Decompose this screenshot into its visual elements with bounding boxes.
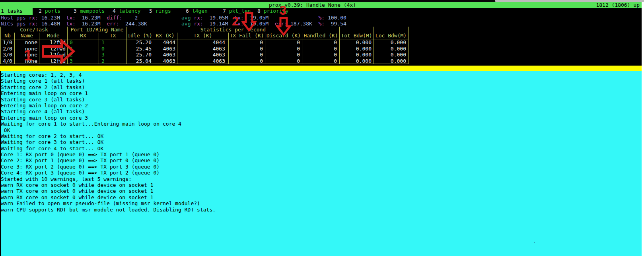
- title-bar: prox v0.39: Handle None (4x) 1812 (1806)…: [0, 2, 642, 8]
- stats-segment: 2: [122, 15, 138, 21]
- table-cell: 4063: [177, 52, 229, 58]
- stats-segment: [147, 21, 181, 27]
- table-cell: 4044: [177, 39, 229, 46]
- table-cell: 4063: [177, 58, 229, 64]
- stats-segment: NICs pps: [1, 21, 26, 27]
- stats-segment: 244.38K: [119, 21, 147, 27]
- table-column-header: Nb: [1, 33, 15, 39]
- log-line: Starting cores: 1, 2, 3, 4: [1, 72, 216, 78]
- tab-key: 4: [113, 8, 116, 14]
- tab-key: 8: [257, 8, 261, 14]
- stats-segment: 99.54: [325, 21, 346, 27]
- stats-segment: diff:: [101, 15, 123, 21]
- table-cell: 0: [229, 58, 265, 64]
- tab-key: 2: [39, 8, 42, 14]
- host-stats-line: Host pps rx: 16.23M tx: 16.23M diff: 2 a…: [1, 15, 346, 21]
- table-column-header: Mode: [39, 33, 68, 39]
- table-cell: 25.04: [127, 58, 153, 64]
- log-line: warn RX core on socket 0 while device on…: [1, 194, 216, 200]
- table-group-header: [374, 27, 409, 33]
- stats-segment: %:: [312, 21, 325, 27]
- stats-segment: 16.23M: [76, 15, 101, 21]
- log-line: Core 3: RX port 2 (queue 0) ==> TX port …: [1, 164, 216, 170]
- tab-key: 1: [1, 8, 4, 14]
- tab-tasks[interactable]: 1 tasks: [0, 8, 33, 15]
- table-cell: 0: [265, 58, 302, 64]
- stats-segment: 16.23M: [38, 15, 60, 21]
- log-line: Started with 10 warnings, last 5 warning…: [1, 176, 216, 182]
- table-cell: 0: [99, 46, 127, 52]
- table-cell: 0: [265, 39, 302, 46]
- annotation-arrow-3-down: [276, 17, 292, 36]
- table-column-header: Loc Bdw(M): [374, 33, 409, 39]
- table-cell: 3: [99, 52, 127, 58]
- tab-l4gen[interactable]: 6 l4gen: [186, 8, 208, 14]
- table-group-header: Core/Task: [1, 27, 68, 33]
- log-line: Starting core 4 (all tasks): [1, 109, 216, 114]
- table-cell: 25.20: [127, 39, 153, 46]
- stats-segment: tx:: [60, 21, 76, 27]
- table-cell: 0: [302, 58, 340, 64]
- console-log-area: Starting cores: 1, 2, 3, 4Starting core …: [0, 71, 642, 256]
- log-line: Waiting for core 1 to start...Entering m…: [1, 121, 216, 127]
- tab-ports[interactable]: 2 ports: [39, 8, 60, 14]
- table-cell: 3/0: [1, 52, 15, 58]
- log-line: Starting core 3 (all tasks): [1, 97, 216, 103]
- table-cell: 0: [302, 52, 340, 58]
- uptime-counter: 1812 (1806) up: [596, 2, 640, 8]
- log-line: Core 4: RX port 3 (queue 0) ==> TX port …: [1, 170, 216, 176]
- table-column-header: TX Fail (K): [229, 33, 265, 39]
- log-line: Waiting for core 2 to start... OK: [1, 133, 216, 139]
- table-cell: 0: [229, 52, 265, 58]
- table-cell: 4063: [153, 46, 177, 52]
- tab-latency[interactable]: 4 latency: [113, 8, 140, 14]
- table-cell: 0: [229, 46, 265, 52]
- stats-segment: rx:: [26, 15, 38, 21]
- table-group-header: Port ID/Ring Name: [68, 27, 127, 33]
- tab-rings[interactable]: 5 rings: [149, 8, 171, 14]
- table-cell: 25.70: [127, 52, 153, 58]
- tab-label: ports: [42, 8, 60, 14]
- tab-key: 6: [186, 8, 189, 14]
- prox-terminal-screen: prox v0.39: Handle None (4x) 1812 (1806)…: [0, 0, 644, 256]
- table-cell: 25.45: [127, 46, 153, 52]
- table-column-header: Tot Bdw(M): [340, 33, 374, 39]
- tab-key: 7: [223, 8, 226, 14]
- stats-segment: tx:: [60, 15, 76, 21]
- stats-segment: 16.48M: [38, 21, 60, 27]
- log-line: Starting core 2 (all tasks): [1, 84, 216, 90]
- annotation-label-2: 2: [232, 14, 239, 29]
- table-column-header: RX: [68, 33, 99, 39]
- log-output: Starting cores: 1, 2, 3, 4Starting core …: [1, 72, 216, 213]
- stats-segment: [138, 15, 181, 21]
- table-cell: 0.000: [340, 46, 374, 52]
- table-column-header: Handled (K): [302, 33, 340, 39]
- stats-segment: rx:: [191, 21, 203, 27]
- stats-segment: Host pps: [1, 15, 26, 21]
- table-cell: 0: [302, 39, 340, 46]
- table-cell: 0: [302, 46, 340, 52]
- tab-key: 5: [149, 8, 152, 14]
- stats-segment: %:: [318, 15, 325, 21]
- tab-bar: 1 tasks2 ports3 mempools4 latency5 rings…: [0, 8, 642, 14]
- table-cell: 1/0: [1, 39, 15, 46]
- log-line: Starting core 1 (all tasks): [1, 78, 216, 84]
- log-line: OK: [1, 127, 216, 133]
- annotation-arrow-2-down: [241, 12, 257, 31]
- table-cell: 4063: [153, 52, 177, 58]
- stats-segment: 19.14M: [203, 21, 228, 27]
- table-column-header: Idle (%): [127, 33, 153, 39]
- table-cell: 4/0: [1, 58, 15, 64]
- table-cell: 4063: [153, 58, 177, 64]
- stats-segment: rx:: [26, 21, 38, 27]
- log-line: Core 2: RX port 1 (queue 0) ==> TX port …: [1, 157, 216, 163]
- log-line: Entering main loop on core 2: [1, 103, 216, 109]
- log-line: Entering main loop on core 1: [1, 90, 216, 96]
- stats-segment: err:: [101, 21, 119, 27]
- table-cell: 0.000: [374, 39, 409, 46]
- stats-segment: avg: [181, 21, 191, 27]
- tab-mempools[interactable]: 3 mempools: [74, 8, 105, 14]
- tab-label: l4gen: [189, 8, 208, 14]
- tab-key: 3: [74, 8, 77, 14]
- log-line: Core 1: RX port 0 (queue 0) ==> TX port …: [1, 151, 216, 157]
